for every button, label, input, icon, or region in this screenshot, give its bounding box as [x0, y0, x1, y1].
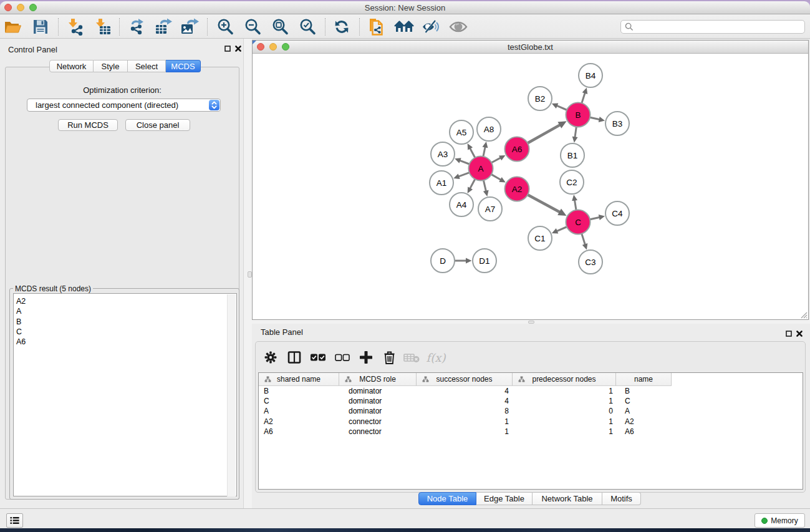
table-cell[interactable]: 8 [417, 407, 513, 417]
graph-edge-B-B1[interactable] [575, 126, 577, 138]
zoom-in-button[interactable] [214, 17, 236, 37]
import-network-button[interactable] [64, 17, 87, 37]
graph-edge-C-C2[interactable] [574, 199, 576, 211]
table-cell[interactable]: 4 [417, 387, 513, 397]
graph-edge-B-B2[interactable] [556, 105, 567, 110]
resize-grip-icon[interactable] [800, 311, 808, 319]
list-scrollbar[interactable] [227, 294, 236, 496]
table-cell[interactable]: A6 [616, 427, 672, 437]
mcds-result-list[interactable]: A2ABCA6 [13, 293, 237, 496]
table-cell[interactable]: A2 [259, 417, 339, 427]
float-panel-icon[interactable] [224, 46, 231, 52]
tab-node-table[interactable]: Node Table [418, 492, 476, 505]
graph-edge-A-A4[interactable] [470, 178, 475, 190]
table-cell[interactable]: 1 [417, 427, 513, 437]
window-titlebar[interactable]: Session: New Session [0, 1, 810, 14]
column-header-shared-name[interactable]: shared name [259, 373, 339, 385]
save-session-button[interactable] [29, 17, 52, 37]
open-session-button[interactable] [2, 17, 24, 37]
graph-edge-B-B3[interactable] [589, 117, 600, 120]
unselect-all-columns-button[interactable] [334, 349, 351, 366]
function-builder-button[interactable]: f(x) [427, 349, 445, 366]
graph-edge-A-A6[interactable] [491, 157, 501, 163]
export-image-button[interactable] [178, 17, 201, 37]
table-cell[interactable]: A [616, 407, 672, 417]
table-row[interactable]: Adominator80A [259, 407, 803, 417]
create-column-button[interactable] [357, 349, 375, 366]
table-cell[interactable]: A [259, 407, 339, 417]
graph-edge-A-A7[interactable] [483, 180, 486, 192]
zoom-out-button[interactable] [241, 17, 264, 37]
tab-select[interactable]: Select [128, 60, 166, 72]
network-canvas[interactable]: AA1A3A5A8A4A7A6A2BB1B2B3B4CC1C2C3C4DD1 [253, 54, 808, 319]
table-row[interactable]: A6connector11A6 [259, 427, 803, 437]
table-row[interactable]: Bdominator41B [259, 387, 803, 397]
show-all-networks-button[interactable] [393, 17, 415, 37]
run-mcds-button[interactable]: Run MCDS [58, 119, 118, 131]
export-network-button[interactable] [125, 17, 148, 37]
delete-column-button[interactable] [380, 349, 398, 366]
close-panel-icon[interactable] [234, 45, 242, 52]
graph-edge-A-A2[interactable] [491, 174, 502, 180]
search-field[interactable] [620, 20, 805, 34]
column-header-predecessor-nodes[interactable]: predecessor nodes [513, 373, 616, 385]
zoom-selected-button[interactable] [296, 17, 319, 37]
column-layout-button[interactable] [286, 349, 303, 366]
tab-network[interactable]: Network [49, 60, 94, 72]
column-header-successor-nodes[interactable]: successor nodes [417, 373, 513, 385]
delete-table-button[interactable] [403, 349, 420, 366]
graph-edge-A6-B[interactable] [527, 124, 561, 143]
select-all-columns-button[interactable] [309, 349, 327, 366]
graph-edge-C-C4[interactable] [589, 217, 600, 220]
mcds-result-item[interactable]: A6 [14, 337, 236, 347]
network-window-titlebar[interactable]: testGlobe.txt [253, 41, 808, 54]
tab-mcds[interactable]: MCDS [166, 60, 201, 72]
apply-layout-button[interactable] [330, 17, 353, 37]
graph-edge-A-A8[interactable] [483, 146, 486, 157]
table-cell[interactable]: 1 [513, 427, 616, 437]
node-table[interactable]: shared nameMCDS rolesuccessor nodesprede… [258, 372, 803, 490]
tab-style[interactable]: Style [94, 60, 128, 72]
tab-edge-table[interactable]: Edge Table [476, 492, 533, 505]
graph-edge-A-A5[interactable] [470, 147, 475, 158]
mcds-result-item[interactable]: A [14, 306, 236, 316]
table-row[interactable]: A2connector11A2 [259, 417, 803, 427]
close-panel-icon[interactable] [796, 330, 803, 337]
zoom-fit-button[interactable] [269, 17, 291, 37]
table-cell[interactable]: connector [339, 427, 417, 437]
table-cell[interactable]: B [616, 387, 672, 397]
graph-edge-A-A1[interactable] [458, 172, 470, 177]
table-cell[interactable]: connector [339, 417, 417, 427]
network-view-window[interactable]: testGlobe.txt AA1A3A5A8A4A7A6A2BB1B2B3B4… [252, 40, 809, 320]
table-row[interactable]: Cdominator41C [259, 397, 803, 407]
optimization-criterion-select[interactable]: largest connected component (directed) [27, 99, 221, 112]
table-cell[interactable]: C [259, 397, 339, 407]
graph-edge-B-B4[interactable] [582, 92, 586, 104]
table-cell[interactable]: 1 [513, 387, 616, 397]
mcds-result-item[interactable]: B [14, 317, 236, 327]
mcds-result-item[interactable]: C [14, 327, 236, 337]
table-cell[interactable]: B [259, 387, 339, 397]
table-cell[interactable]: 1 [513, 397, 616, 407]
column-header-name[interactable]: name [616, 373, 672, 385]
close-panel-button[interactable]: Close panel [125, 119, 190, 131]
table-cell[interactable]: 0 [513, 407, 616, 417]
export-table-button[interactable] [152, 17, 175, 37]
table-cell[interactable]: C [616, 397, 672, 407]
table-cell[interactable]: dominator [339, 407, 417, 417]
table-options-button[interactable] [262, 349, 279, 366]
table-cell[interactable]: 1 [513, 417, 616, 427]
graph-edge-A2-C[interactable] [527, 195, 561, 213]
combo-stepper[interactable] [209, 100, 219, 110]
vertical-splitter[interactable] [243, 39, 252, 508]
graph-edge-C-C3[interactable] [582, 233, 586, 246]
graph-edge-A-A3[interactable] [459, 160, 470, 165]
show-selected-button[interactable] [447, 17, 470, 37]
network-graph[interactable]: AA1A3A5A8A4A7A6A2BB1B2B3B4CC1C2C3C4DD1 [253, 54, 808, 319]
mcds-result-item[interactable]: A2 [14, 296, 236, 306]
table-cell[interactable]: dominator [339, 387, 417, 397]
table-cell[interactable]: A6 [259, 427, 339, 437]
memory-button[interactable]: Memory [755, 513, 805, 528]
show-panels-button[interactable] [6, 513, 23, 528]
search-input[interactable] [636, 22, 804, 32]
